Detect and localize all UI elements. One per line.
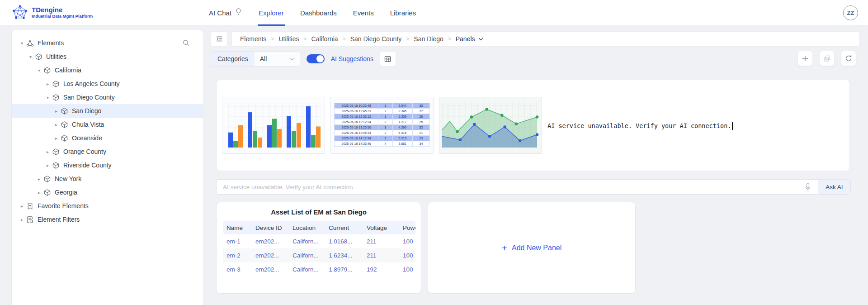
asset-cell[interactable]: 100: [399, 262, 415, 276]
cube-icon: [43, 189, 51, 196]
tree-item-san-diego-county[interactable]: ▾San Diego County: [12, 91, 203, 104]
ai-suggestions-toggle[interactable]: [307, 54, 325, 63]
nav-libraries[interactable]: Libraries: [390, 0, 416, 26]
caret-expanded-icon[interactable]: ▾: [19, 41, 25, 46]
cube-icon: [61, 121, 68, 129]
caret-collapsed-icon[interactable]: ▸: [19, 217, 25, 222]
tree-item-riverside-county[interactable]: ▸Riverside County: [12, 158, 203, 172]
tree-item-label: San Diego County: [63, 94, 115, 101]
user-avatar[interactable]: ZZ: [843, 5, 858, 20]
asset-cell[interactable]: em202...: [252, 248, 289, 262]
caret-collapsed-icon[interactable]: ▸: [44, 163, 51, 168]
asset-cell[interactable]: em-1: [223, 234, 252, 248]
cube-icon: [52, 162, 60, 169]
add-button[interactable]: [797, 51, 813, 66]
breadcrumb-item[interactable]: San Diego: [414, 35, 443, 43]
caret-expanded-icon[interactable]: ▾: [44, 95, 51, 100]
plus-icon: +: [502, 243, 507, 253]
suggestion-area-chart[interactable]: [439, 97, 542, 154]
tree-item-label: Element Filters: [38, 216, 80, 223]
asset-cell[interactable]: Californ...: [289, 262, 325, 276]
breadcrumb-item[interactable]: California: [311, 35, 338, 43]
asset-cell[interactable]: em-2: [223, 248, 252, 262]
nav-dashboards[interactable]: Dashboards: [300, 0, 337, 26]
asset-cell[interactable]: 1.0168...: [325, 234, 363, 248]
tree-item-california[interactable]: ▾California: [12, 63, 203, 77]
nav-ai-chat[interactable]: AI Chat: [209, 0, 242, 26]
tree-item-los-angeles-county[interactable]: ▸Los Angeles County: [12, 77, 203, 91]
tree-item-new-york[interactable]: ▸New York: [12, 172, 203, 186]
chevron-down-icon: [289, 57, 294, 61]
asset-cell[interactable]: em202...: [252, 234, 289, 248]
thumbnail-table-row: 2025-05-16 10:22:4813.54435: [335, 103, 430, 109]
tree-item-label: Chula Vista: [72, 121, 104, 128]
caret-collapsed-icon[interactable]: ▸: [44, 81, 51, 86]
tree-item-orange-county[interactable]: ▸Orange County: [12, 145, 203, 158]
categories-select[interactable]: Categories All: [211, 51, 300, 67]
thumbnail-table-row: 2025-05-16 14:33:4643.66134: [335, 141, 430, 147]
cube-icon: [61, 107, 68, 115]
asset-cell[interactable]: em-3: [223, 262, 252, 276]
caret-collapsed-icon[interactable]: ▸: [53, 136, 60, 141]
tree-search-button[interactable]: [182, 39, 190, 47]
tree-item-oceanside[interactable]: ▸Oceanside: [12, 131, 203, 145]
add-new-panel-label: Add New Panel: [512, 244, 561, 252]
ask-ai-button[interactable]: Ask AI: [818, 180, 850, 194]
tree-item-element-filters[interactable]: ▸Element Filters: [12, 213, 203, 226]
caret-expanded-icon[interactable]: ▾: [36, 68, 42, 73]
asset-column-header: Device ID: [252, 221, 289, 234]
caret-collapsed-icon[interactable]: ▸: [44, 149, 51, 154]
asset-cell[interactable]: Californ...: [289, 248, 325, 262]
asset-column-header: Name: [223, 221, 252, 234]
tree-item-chula-vista[interactable]: ▸Chula Vista: [12, 118, 203, 131]
caret-collapsed-icon[interactable]: ▸: [53, 109, 60, 114]
asset-cell[interactable]: 1.6234...: [325, 248, 363, 262]
caret-expanded-icon[interactable]: ▾: [27, 54, 34, 59]
breadcrumb-item[interactable]: San Diego County: [350, 35, 402, 43]
sidebar-collapse-button[interactable]: [211, 31, 228, 47]
asset-cell[interactable]: 192: [363, 262, 399, 276]
cube-icon: [43, 175, 51, 183]
caret-collapsed-icon[interactable]: ▸: [36, 190, 42, 195]
duplicate-button[interactable]: [819, 51, 835, 66]
panel-actions: [797, 51, 856, 66]
asset-row-em-1[interactable]: em-1em202...Californ...1.0168...211100: [223, 234, 415, 248]
tree-item-utilities[interactable]: ▾Utilities: [12, 50, 203, 63]
table-view-button[interactable]: [380, 51, 396, 67]
asset-cell[interactable]: 211: [363, 234, 399, 248]
breadcrumb-current[interactable]: Panels: [456, 35, 483, 43]
breadcrumb: Elements>Utilities>California>San Diego …: [231, 31, 860, 47]
asset-cell[interactable]: 100: [399, 248, 415, 262]
tree-item-favorite-elements[interactable]: ▸Favorite Elements: [12, 199, 203, 213]
asset-cell[interactable]: Californ...: [289, 234, 325, 248]
nav-events[interactable]: Events: [353, 0, 374, 26]
nav-explorer[interactable]: Explorer: [259, 0, 284, 26]
cube-icon: [52, 80, 60, 88]
microphone-icon[interactable]: [804, 183, 812, 191]
breadcrumb-item[interactable]: Elements: [240, 35, 266, 43]
asset-cell[interactable]: 211: [363, 248, 399, 262]
breadcrumb-item[interactable]: Utilities: [278, 35, 299, 43]
cluster-icon: [26, 39, 34, 47]
tree-item-san-diego[interactable]: ▸San Diego: [12, 104, 203, 118]
brand-name: TDengine: [32, 6, 93, 14]
asset-row-em-3[interactable]: em-3em202...Californ...1.8979...192100: [223, 262, 415, 276]
brand-logo[interactable]: TDengine Industrial Data Mgmt Platform: [12, 4, 93, 20]
caret-collapsed-icon[interactable]: ▸: [36, 176, 42, 181]
refresh-button[interactable]: [841, 51, 856, 66]
add-new-panel-card[interactable]: + Add New Panel: [428, 202, 636, 294]
suggestion-table[interactable]: 2025-05-16 10:22:4813.544352025-05-16 12…: [330, 97, 434, 154]
tree-item-georgia[interactable]: ▸Georgia: [12, 186, 203, 199]
caret-collapsed-icon[interactable]: ▸: [19, 204, 25, 209]
tree-item-elements[interactable]: ▾Elements: [12, 36, 203, 50]
brand-tagline: Industrial Data Mgmt Platform: [32, 14, 93, 19]
ask-ai-input[interactable]: [216, 179, 851, 195]
table-thumbnail: 2025-05-16 10:22:4813.544352025-05-16 12…: [331, 103, 433, 147]
caret-collapsed-icon[interactable]: ▸: [53, 122, 60, 127]
asset-cell[interactable]: 1.8979...: [325, 262, 363, 276]
asset-row-em-2[interactable]: em-2em202...Californ...1.6234...211100: [223, 248, 415, 262]
asset-cell[interactable]: em202...: [252, 262, 289, 276]
thumbnail-table-row: 2025-05-16 13:45:3426.31621: [335, 130, 430, 136]
asset-cell[interactable]: 100: [399, 234, 415, 248]
suggestion-bar-chart[interactable]: [222, 97, 325, 154]
